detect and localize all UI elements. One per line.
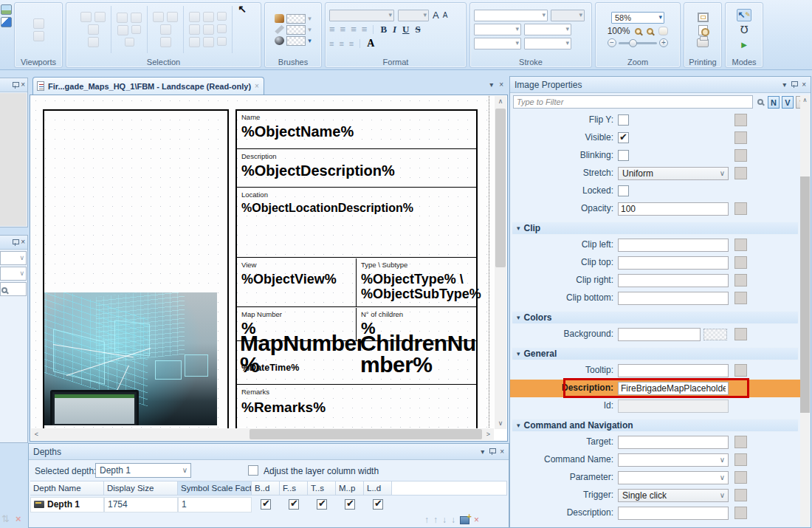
depth-table-row[interactable]: Depth 1 1754 1	[30, 496, 507, 512]
flip-y-binding-button[interactable]	[734, 114, 747, 126]
panel-menu-icon[interactable]: ▾	[782, 80, 786, 89]
tooltip-input[interactable]	[618, 364, 729, 377]
map-info-template[interactable]: Name %ObjectName% Description %ObjectDes…	[235, 109, 478, 434]
align-bottom-objects-icon[interactable]	[203, 37, 214, 47]
clip-bottom-input[interactable]	[618, 292, 729, 305]
template-cell-view[interactable]: View %ObjectView%	[237, 258, 356, 307]
flip-selection-icon[interactable]	[125, 38, 134, 47]
filter-search-icon[interactable]	[757, 99, 763, 105]
opacity-input[interactable]	[618, 202, 729, 216]
depth-checkbox-4[interactable]	[345, 499, 355, 510]
tooltip-binding-button[interactable]	[734, 364, 747, 377]
command-name-binding-button[interactable]	[734, 453, 747, 466]
parameter-combo[interactable]: ∨	[618, 471, 729, 484]
zoom-100-button[interactable]: 100%	[608, 26, 630, 36]
target-input[interactable]	[618, 436, 729, 449]
clip-right-binding-button[interactable]	[734, 274, 747, 287]
page-setup-icon[interactable]	[698, 13, 709, 22]
align-text-bottom-icon[interactable]: ≡	[349, 39, 353, 48]
column-f-s[interactable]: F..s	[280, 481, 308, 495]
close-icon[interactable]: ×	[21, 239, 25, 246]
strikethrough-icon[interactable]: S	[416, 24, 421, 35]
rotate-selection-icon[interactable]	[131, 13, 142, 23]
stroke-width-combo[interactable]: ▾	[474, 24, 521, 35]
pan-hand-icon[interactable]	[658, 27, 668, 35]
clip-top-input[interactable]	[618, 256, 729, 270]
background-input[interactable]	[618, 328, 701, 341]
move-depth-top-icon[interactable]: ↑	[424, 515, 429, 525]
parameter-binding-button[interactable]	[734, 471, 747, 484]
align-top-objects-icon[interactable]	[203, 12, 214, 22]
panel-close-icon[interactable]: ×	[802, 80, 806, 89]
font-family-combo[interactable]: ▾	[329, 10, 394, 21]
align-right-icon[interactable]: ≡	[351, 25, 356, 34]
delete-depth-icon[interactable]: ×	[474, 515, 479, 525]
left-panel-combo-2[interactable]: ∨	[0, 267, 27, 281]
column-depth-name[interactable]: Depth Name	[30, 481, 104, 495]
scroll-down-icon[interactable]: ∨	[495, 418, 506, 429]
font-color-icon[interactable]: A	[367, 38, 374, 49]
stroke-dash-combo[interactable]: ▾	[524, 38, 571, 49]
fill-brush-dropdown-icon[interactable]: ▾	[308, 15, 312, 22]
zoom-slider-track[interactable]	[619, 42, 657, 44]
scroll-up-icon[interactable]: ∧	[800, 95, 810, 105]
regroup-icon[interactable]	[88, 24, 99, 35]
adjust-layer-width-checkbox[interactable]	[248, 465, 258, 476]
stroke-style-combo[interactable]: ▾	[474, 10, 548, 21]
canvas-horizontal-scrollbar[interactable]: < >	[31, 428, 494, 440]
properties-scroll-thumb[interactable]	[800, 176, 810, 413]
opacity-brush-swatch[interactable]	[286, 36, 306, 46]
section-command-navigation[interactable]: ▾Command and Navigation	[512, 419, 799, 432]
column-m-p[interactable]: M..p	[336, 481, 364, 495]
move-depth-bottom-icon[interactable]: ↓	[451, 515, 455, 525]
center-horizontal-icon[interactable]	[189, 24, 200, 35]
align-middle-objects-icon[interactable]	[217, 12, 227, 21]
group-objects-icon[interactable]	[80, 12, 92, 22]
print-preview-icon[interactable]	[698, 25, 708, 35]
scroll-left-icon[interactable]: <	[31, 428, 42, 440]
column-b-d[interactable]: B..d	[252, 481, 280, 495]
stroke-join-combo[interactable]: ▾	[474, 38, 521, 49]
pointer-tool-icon[interactable]: ↖	[238, 4, 247, 13]
depth-name-cell[interactable]: Depth 1	[30, 497, 104, 512]
template-cell-type[interactable]: Type \ Subtype %ObjectType% \ %ObjectSub…	[356, 258, 476, 307]
depth-checkbox-5[interactable]	[373, 499, 383, 510]
stretch-binding-button[interactable]	[734, 167, 747, 179]
pin-icon[interactable]	[13, 82, 18, 89]
clip-left-binding-button[interactable]	[734, 239, 747, 251]
filter-value-button[interactable]: V	[782, 96, 794, 109]
depth-checkbox-2[interactable]	[289, 499, 299, 510]
align-left-objects-icon[interactable]	[189, 12, 200, 22]
map-placeholder-image[interactable]	[44, 292, 217, 425]
flip-y-checkbox[interactable]	[618, 114, 629, 126]
section-general[interactable]: ▾General	[512, 347, 799, 360]
template-cell-location[interactable]: Location %ObjectLocationDescription%	[237, 188, 476, 258]
select-all-icon[interactable]	[88, 37, 99, 47]
background-binding-button[interactable]	[734, 328, 747, 340]
document-tab[interactable]: Fir...gade_Maps_HQ_1\FBM - Landscape (Re…	[32, 77, 264, 95]
scroll-up-icon[interactable]: ∧	[495, 96, 506, 107]
zoom-level-combo[interactable]: 58%▾	[611, 12, 664, 24]
id-input[interactable]	[618, 400, 729, 413]
bold-icon[interactable]: B	[380, 24, 387, 35]
zoom-in-button[interactable]: +	[659, 38, 668, 47]
symbol-scale-cell[interactable]: 1	[178, 497, 252, 512]
resize-selection-icon[interactable]	[117, 13, 128, 23]
runtime-mode-icon[interactable]: ▶	[737, 38, 751, 51]
move-depth-down-icon[interactable]: ↓	[442, 515, 447, 525]
tab-close-icon[interactable]: ×	[255, 82, 259, 90]
column-display-size[interactable]: Display Size	[104, 481, 178, 495]
fill-brush-swatch[interactable]	[286, 14, 306, 24]
clip-bottom-binding-button[interactable]	[734, 292, 747, 304]
left-panel-search-field[interactable]	[0, 282, 27, 296]
clip-left-input[interactable]	[618, 239, 729, 252]
command-name-combo[interactable]: ∨	[618, 453, 729, 467]
background-color-swatch[interactable]	[703, 329, 727, 340]
same-size-icon[interactable]	[217, 37, 227, 46]
blinking-binding-button[interactable]	[734, 149, 747, 162]
map-placeholder-rect[interactable]	[43, 109, 229, 434]
clone-icon[interactable]	[160, 37, 171, 47]
zoom-slider-thumb[interactable]	[629, 39, 637, 47]
align-right-objects-icon[interactable]	[189, 37, 200, 47]
description-input[interactable]	[618, 382, 729, 395]
